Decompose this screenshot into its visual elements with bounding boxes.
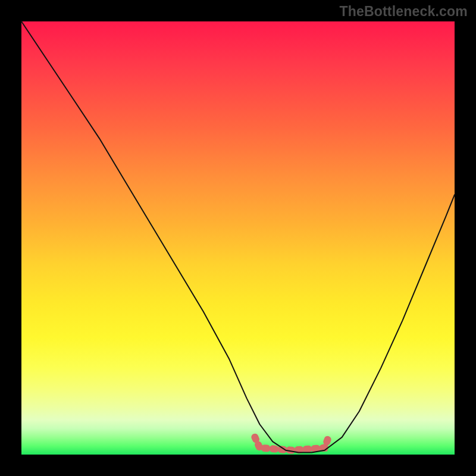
chart-svg — [21, 21, 455, 455]
chart-frame: TheBottleneck.com — [0, 0, 476, 476]
watermark-text: TheBottleneck.com — [339, 4, 468, 20]
optimal-region-marker — [255, 435, 329, 450]
plot-area — [21, 21, 455, 455]
bottleneck-curve — [21, 21, 455, 452]
